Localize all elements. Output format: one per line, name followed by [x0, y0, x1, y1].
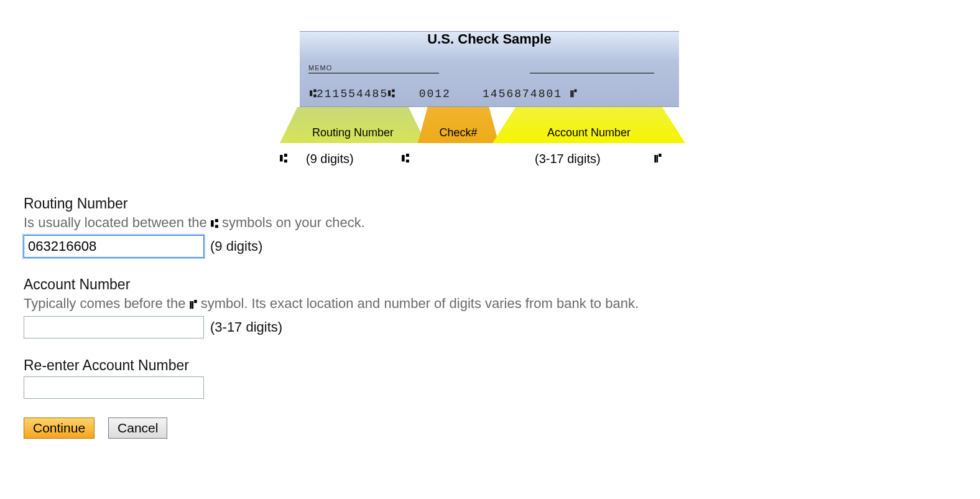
callout-routing-label: Routing Number	[312, 126, 394, 139]
callout-account: Account Number	[492, 107, 685, 143]
callout-check: Check#	[418, 107, 499, 143]
onus-symbol-icon: ⑈	[570, 88, 577, 100]
micr-check-number: 0012	[419, 88, 451, 100]
account-number-label: Account Number	[24, 276, 955, 293]
transit-symbol-icon: ⑆	[280, 152, 287, 166]
reenter-account-label: Re-enter Account Number	[24, 357, 955, 374]
routing-digits-hint: (9 digits)	[306, 152, 354, 166]
routing-help-post: symbols on your check.	[218, 215, 365, 230]
account-help-post: symbol. Its exact location and number of…	[197, 296, 639, 311]
continue-button[interactable]: Continue	[24, 417, 95, 439]
callout-account-label: Account Number	[547, 126, 631, 139]
transit-symbol-icon: ⑆	[211, 217, 218, 231]
reenter-account-input[interactable]	[24, 376, 204, 399]
check-memo-label: MEMO	[308, 64, 332, 72]
callout-check-label: Check#	[439, 126, 477, 139]
account-help-pre: Typically comes before the	[24, 296, 190, 311]
cancel-button[interactable]: Cancel	[108, 417, 167, 439]
account-digits-hint: (3-17 digits)	[535, 152, 601, 166]
routing-number-help: Is usually located between the ⑆ symbols…	[24, 215, 955, 231]
routing-number-label: Routing Number	[24, 195, 955, 212]
micr-account: 1456874801	[483, 88, 562, 100]
transit-symbol-icon: ⑆	[310, 88, 317, 100]
check-signature-line	[530, 73, 654, 73]
check-sample-title: U.S. Check Sample	[300, 31, 679, 47]
callout-routing: Routing Number	[280, 107, 426, 143]
onus-symbol-icon: ⑈	[190, 298, 197, 312]
onus-symbol-icon: ⑈	[654, 152, 662, 166]
routing-digit-hint: (9 digits)	[210, 238, 262, 254]
account-digit-hint: (3-17 digits)	[210, 319, 282, 335]
routing-number-input[interactable]	[24, 235, 204, 258]
transit-symbol-icon: ⑆	[388, 88, 395, 100]
transit-symbol-icon: ⑆	[402, 152, 409, 166]
check-callouts: Routing Number Check# Account Number	[300, 107, 679, 151]
form-buttons: Continue Cancel	[24, 417, 955, 439]
bank-form: Routing Number Is usually located betwee…	[24, 195, 955, 439]
account-number-help: Typically comes before the ⑈ symbol. Its…	[24, 296, 955, 312]
routing-help-pre: Is usually located between the	[24, 215, 211, 230]
account-number-input[interactable]	[24, 316, 204, 338]
check-sample: U.S. Check Sample MEMO ⑆211554485⑆ 0012 …	[300, 31, 679, 170]
micr-routing: 211554485	[317, 88, 388, 100]
check-digits-row: ⑆ (9 digits) ⑆ (3-17 digits) ⑈	[300, 151, 679, 170]
check-memo-line	[308, 73, 439, 73]
check-micr-line: ⑆211554485⑆ 0012 1456874801 ⑈	[310, 88, 577, 100]
